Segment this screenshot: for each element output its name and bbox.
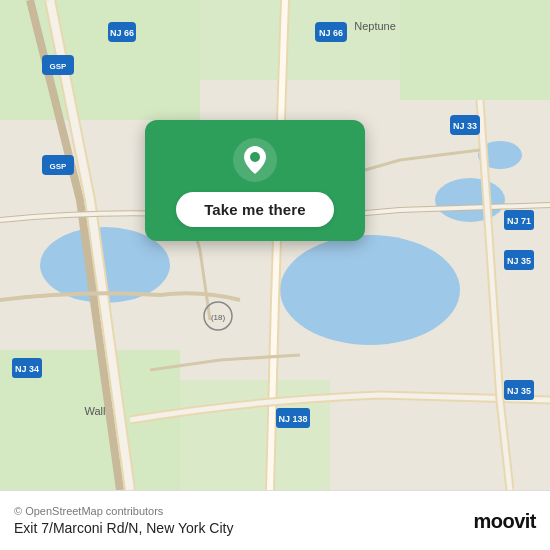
svg-text:NJ 138: NJ 138 xyxy=(278,414,307,424)
svg-rect-6 xyxy=(0,0,200,120)
footer-bar: © OpenStreetMap contributors Exit 7/Marc… xyxy=(0,490,550,550)
svg-text:NJ 34: NJ 34 xyxy=(15,364,39,374)
moovit-logo: moovit xyxy=(473,509,536,532)
location-pin-icon xyxy=(233,138,277,182)
svg-text:NJ 35: NJ 35 xyxy=(507,386,531,396)
take-me-there-button[interactable]: Take me there xyxy=(176,192,334,227)
moovit-logo-text: moovit xyxy=(473,509,536,531)
svg-text:NJ 33: NJ 33 xyxy=(453,121,477,131)
svg-point-4 xyxy=(435,178,505,222)
svg-point-3 xyxy=(280,235,460,345)
svg-text:NJ 66: NJ 66 xyxy=(319,28,343,38)
svg-text:Wall: Wall xyxy=(85,405,106,417)
svg-text:GSP: GSP xyxy=(50,162,68,171)
location-card: Take me there xyxy=(145,120,365,241)
svg-text:GSP: GSP xyxy=(50,62,68,71)
destination-title: Exit 7/Marconi Rd/N, New York City xyxy=(14,520,536,536)
svg-text:NJ 66: NJ 66 xyxy=(110,28,134,38)
map-container: NJ 66 GSP GSP NJ 66 NJ 33 NJ 18 (18) NJ … xyxy=(0,0,550,490)
svg-point-38 xyxy=(250,152,260,162)
svg-text:NJ 71: NJ 71 xyxy=(507,216,531,226)
map-attribution: © OpenStreetMap contributors xyxy=(14,505,536,517)
map-svg: NJ 66 GSP GSP NJ 66 NJ 33 NJ 18 (18) NJ … xyxy=(0,0,550,490)
svg-text:NJ 35: NJ 35 xyxy=(507,256,531,266)
svg-rect-8 xyxy=(400,0,550,100)
svg-text:(18): (18) xyxy=(211,313,226,322)
svg-text:Neptune: Neptune xyxy=(354,20,396,32)
svg-rect-7 xyxy=(200,0,400,80)
